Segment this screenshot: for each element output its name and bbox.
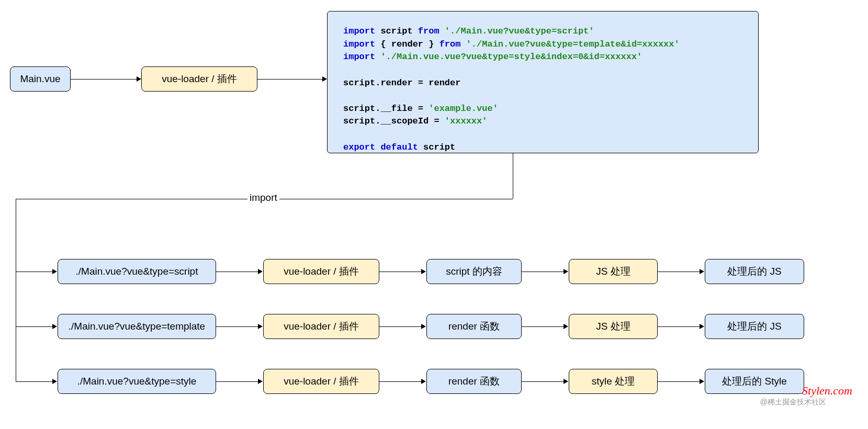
- row2-loader: vue-loader / 插件: [263, 314, 379, 339]
- row2-file: ./Main.vue?vue&type=template: [58, 314, 216, 339]
- row1-file: ./Main.vue?vue&type=script: [58, 259, 216, 284]
- row2-content: render 函数: [426, 314, 522, 339]
- row2-result: 处理后的 JS: [705, 314, 804, 339]
- node-main-vue: Main.vue: [10, 66, 71, 92]
- row3-loader: vue-loader / 插件: [263, 369, 379, 394]
- row1-content: script 的内容: [426, 259, 522, 284]
- row1-process: JS 处理: [569, 259, 658, 284]
- watermark-secondary: @稀土掘金技术社区: [760, 398, 826, 407]
- code-block: import script from './Main.vue?vue&type=…: [327, 11, 759, 153]
- row2-process: JS 处理: [569, 314, 658, 339]
- edge-label-import: import: [247, 192, 279, 204]
- row1-loader: vue-loader / 插件: [263, 259, 379, 284]
- row3-process: style 处理: [569, 369, 658, 394]
- watermark: Stylen.com: [802, 384, 852, 398]
- node-vue-loader-top: vue-loader / 插件: [141, 66, 257, 92]
- row3-content: render 函数: [426, 369, 522, 394]
- row3-result: 处理后的 Style: [705, 369, 804, 394]
- row1-result: 处理后的 JS: [705, 259, 804, 284]
- row3-file: ./Main.vue?vue&type=style: [58, 369, 216, 394]
